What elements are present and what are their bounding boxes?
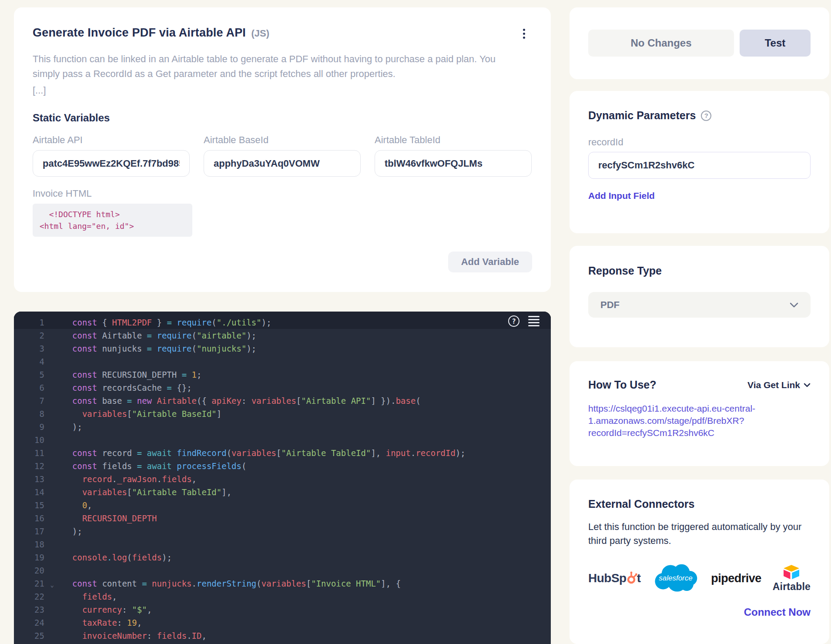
connector-logos: HubSp t s — [588, 564, 811, 593]
code-line[interactable]: 14 variables["Airtable TableId"], — [14, 486, 551, 499]
field-invoice-html: Invoice HTML <!DOCTYPE html> <html lang=… — [33, 188, 532, 237]
code-line[interactable]: 18 — [14, 538, 551, 551]
hubspot-text: HubSp — [588, 571, 627, 585]
code-line[interactable]: 24 taxRate: 19, — [14, 616, 551, 629]
code-line[interactable]: 16 RECURSION_DEPTH — [14, 512, 551, 525]
code-line[interactable]: 19console.log(fields); — [14, 551, 551, 564]
hubspot-text: t — [637, 571, 641, 585]
response-type-select[interactable]: PDF — [588, 292, 811, 318]
code-line[interactable]: 2const Airtable = require("airtable"); — [14, 329, 551, 342]
code-lines[interactable]: 1const { HTML2PDF } = require("./utils")… — [14, 312, 551, 644]
external-connectors-card: External Connectors Let this function be… — [570, 480, 829, 644]
field-airtable-tableid: Airtable TableId — [375, 134, 532, 177]
editor-help-icon[interactable]: ? — [508, 315, 519, 327]
svg-text:salesforce: salesforce — [659, 574, 693, 582]
connect-now-link[interactable]: Connect Now — [744, 606, 811, 618]
pipedrive-logo: pipedrive — [711, 572, 761, 585]
code-line[interactable]: 20 — [14, 564, 551, 577]
hubspot-sprocket-icon — [626, 571, 637, 584]
code-line[interactable]: 22 fields, — [14, 590, 551, 603]
kebab-menu-icon[interactable] — [519, 26, 529, 41]
function-description: This function can be linked in an Airtab… — [33, 52, 524, 81]
actions-card: No Changes Test — [570, 7, 829, 79]
chevron-down-icon — [790, 302, 798, 308]
test-button[interactable]: Test — [740, 30, 811, 57]
field-airtable-baseid: Airtable BaseId — [204, 134, 361, 177]
field-label: Airtable BaseId — [204, 134, 361, 146]
airtable-text: Airtable — [773, 581, 811, 593]
function-title-row: Generate Invoice PDF via Airtable API (J… — [33, 26, 269, 40]
add-variable-button[interactable]: Add Variable — [448, 252, 532, 272]
code-editor[interactable]: 1const { HTML2PDF } = require("./utils")… — [14, 312, 551, 644]
dynamic-parameters-heading: Dynamic Parameters — [588, 109, 696, 122]
invoice-html-preview[interactable]: <!DOCTYPE html> <html lang="en, id"> — [33, 204, 192, 237]
code-line[interactable]: 12const fields = await processFields( — [14, 460, 551, 473]
field-label: Invoice HTML — [33, 188, 532, 199]
via-get-link-dropdown[interactable]: Via Get Link — [747, 380, 811, 390]
code-line[interactable]: 4 — [14, 355, 551, 368]
recordid-input[interactable] — [588, 152, 811, 179]
airtable-tableid-input[interactable] — [375, 150, 532, 177]
field-airtable-api: Airtable API — [33, 134, 190, 177]
code-line[interactable]: 10 — [14, 433, 551, 446]
code-line[interactable]: 9); — [14, 420, 551, 433]
help-icon[interactable]: ? — [701, 111, 711, 121]
salesforce-logo: salesforce — [652, 564, 700, 593]
no-changes-button[interactable]: No Changes — [588, 30, 734, 57]
field-label: Airtable API — [33, 134, 190, 146]
airtable-logo: Airtable — [773, 564, 811, 593]
selected-response-type: PDF — [600, 299, 620, 311]
code-line[interactable]: 21⌄const content = nunjucks.renderString… — [14, 577, 551, 590]
code-line[interactable]: 26 createdDate: fields.Invoicedate, — [14, 642, 551, 644]
right-sidebar: No Changes Test Dynamic Parameters ? rec… — [570, 7, 829, 644]
via-get-link-label: Via Get Link — [747, 380, 800, 390]
function-card: Generate Invoice PDF via Airtable API (J… — [14, 7, 551, 292]
page-title: Generate Invoice PDF via Airtable API — [33, 26, 246, 39]
external-connectors-description: Let this function be triggered automatic… — [588, 520, 811, 548]
response-type-card: Reponse Type PDF — [570, 246, 829, 347]
chevron-down-icon — [804, 383, 811, 387]
code-line[interactable]: 3const nunjucks = require("nunjucks"); — [14, 342, 551, 355]
code-line[interactable]: 5const RECURSION_DEPTH = 1; — [14, 368, 551, 381]
airtable-baseid-input[interactable] — [204, 150, 361, 177]
dynamic-parameters-card: Dynamic Parameters ? recordId Add Input … — [570, 91, 829, 233]
code-line[interactable]: 23 currency: "$", — [14, 603, 551, 616]
code-line[interactable]: 17); — [14, 525, 551, 538]
get-request-url[interactable]: https://cslqeg01i1.execute-api.eu-centra… — [588, 402, 811, 439]
static-variables-heading: Static Variables — [33, 112, 532, 124]
code-line[interactable]: 25 invoiceNumber: fields.ID, — [14, 629, 551, 642]
code-line[interactable]: 6const recordsCache = {}; — [14, 381, 551, 394]
add-input-field-link[interactable]: Add Input Field — [588, 191, 655, 201]
field-label: Airtable TableId — [375, 134, 532, 146]
code-line[interactable]: 15 0, — [14, 499, 551, 512]
how-to-use-heading: How To Use? — [588, 379, 656, 391]
code-line[interactable]: 1const { HTML2PDF } = require("./utils")… — [14, 316, 551, 329]
airtable-icon — [782, 564, 801, 580]
static-variables-grid: Airtable API Airtable BaseId Airtable Ta… — [33, 134, 532, 177]
fold-chevron-icon[interactable]: ⌄ — [50, 578, 54, 591]
description-ellipsis[interactable]: [...] — [33, 85, 532, 96]
page: Generate Invoice PDF via Airtable API (J… — [0, 0, 831, 644]
code-line[interactable]: 8 variables["Airtable BaseId"] — [14, 407, 551, 420]
code-line[interactable]: 13 record._rawJson.fields, — [14, 473, 551, 486]
how-to-use-card: How To Use? Via Get Link https://cslqeg0… — [570, 361, 829, 466]
hubspot-logo: HubSp t — [588, 571, 641, 585]
response-type-heading: Reponse Type — [588, 265, 811, 277]
language-tag: (JS) — [251, 28, 270, 39]
code-line[interactable]: 7const base = new Airtable({ apiKey: var… — [14, 394, 551, 407]
code-line[interactable]: 11const record = await findRecord(variab… — [14, 446, 551, 460]
external-connectors-heading: External Connectors — [588, 498, 811, 510]
recordid-label: recordId — [588, 137, 811, 148]
airtable-api-input[interactable] — [33, 150, 190, 177]
editor-menu-icon[interactable] — [528, 316, 539, 326]
